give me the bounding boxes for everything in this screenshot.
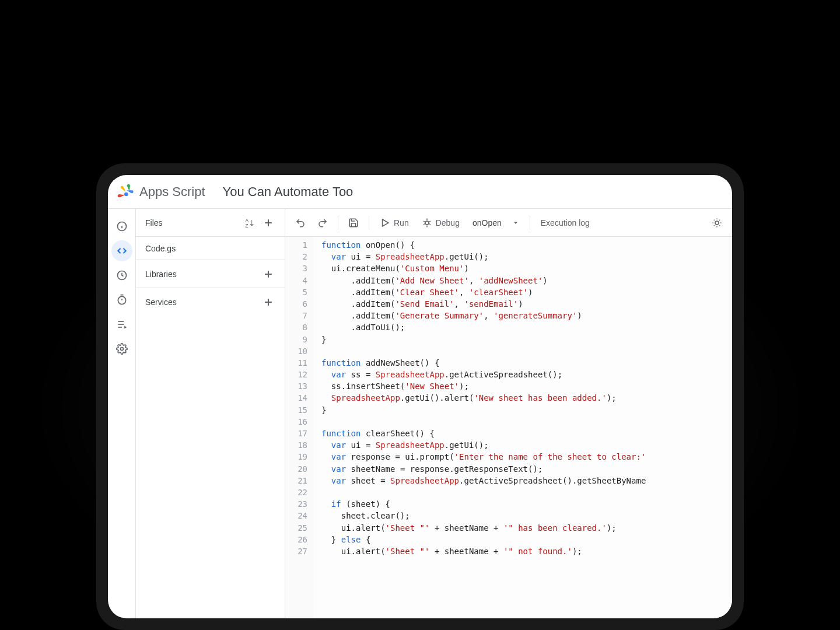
app-header: Apps Script You Can Automate Too xyxy=(108,175,732,209)
files-sidebar: Files AZ Code.gs Libraries Servi xyxy=(136,209,285,618)
add-service-button[interactable] xyxy=(259,293,278,312)
file-code-gs[interactable]: Code.gs xyxy=(136,237,285,260)
debug-label: Debug xyxy=(436,218,460,228)
editor-panel: Run Debug onOpen Execution log xyxy=(285,209,732,618)
svg-line-33 xyxy=(714,219,715,220)
nav-triggers[interactable] xyxy=(111,265,132,286)
redo-button[interactable] xyxy=(312,212,333,233)
code-editor[interactable]: 1234567891011121314151617181920212223242… xyxy=(285,237,732,618)
svg-point-0 xyxy=(124,192,128,196)
sort-files-button[interactable]: AZ xyxy=(240,214,259,232)
svg-line-34 xyxy=(719,225,720,226)
separator xyxy=(338,216,338,230)
svg-marker-29 xyxy=(514,222,517,224)
product-name: Apps Script xyxy=(139,184,205,200)
services-header: Services xyxy=(136,288,285,316)
function-selector[interactable]: onOpen xyxy=(467,218,525,228)
svg-text:Z: Z xyxy=(246,222,249,228)
execution-log-button[interactable]: Execution log xyxy=(535,212,596,233)
nav-settings[interactable] xyxy=(111,338,132,359)
code-content[interactable]: function onOpen() { var ui = Spreadsheet… xyxy=(313,237,732,618)
libraries-label: Libraries xyxy=(145,270,259,279)
svg-line-27 xyxy=(429,223,430,225)
svg-line-37 xyxy=(714,225,715,226)
debug-button[interactable]: Debug xyxy=(416,212,466,233)
svg-point-22 xyxy=(425,221,429,225)
run-button[interactable]: Run xyxy=(374,212,415,233)
line-gutter: 1234567891011121314151617181920212223242… xyxy=(285,237,313,618)
svg-point-12 xyxy=(120,348,123,351)
tablet-frame: Apps Script You Can Automate Too xyxy=(96,163,744,630)
svg-marker-21 xyxy=(383,219,389,226)
separator xyxy=(530,216,530,230)
execution-log-label: Execution log xyxy=(541,218,590,228)
svg-line-38 xyxy=(719,219,720,220)
svg-line-26 xyxy=(424,223,425,225)
chevron-down-icon xyxy=(512,219,519,226)
selected-function: onOpen xyxy=(473,218,502,228)
apps-script-logo-icon xyxy=(116,183,135,201)
nav-execution-log[interactable] xyxy=(111,314,132,335)
svg-line-24 xyxy=(424,221,425,222)
undo-button[interactable] xyxy=(290,212,311,233)
run-label: Run xyxy=(394,218,409,228)
editor-toolbar: Run Debug onOpen Execution log xyxy=(285,209,732,237)
project-title[interactable]: You Can Automate Too xyxy=(223,184,354,200)
nav-editor[interactable] xyxy=(111,240,132,261)
svg-line-25 xyxy=(429,221,430,222)
separator xyxy=(369,216,369,230)
add-file-button[interactable] xyxy=(259,214,278,232)
svg-point-30 xyxy=(715,221,719,225)
svg-marker-11 xyxy=(124,326,127,329)
left-nav-rail xyxy=(108,209,136,618)
libraries-header: Libraries xyxy=(136,260,285,288)
files-header: Files AZ xyxy=(136,209,285,237)
files-label: Files xyxy=(145,218,240,228)
add-library-button[interactable] xyxy=(259,265,278,284)
save-button[interactable] xyxy=(343,212,364,233)
nav-executions[interactable] xyxy=(111,289,132,310)
services-label: Services xyxy=(145,298,259,307)
screen: Apps Script You Can Automate Too xyxy=(108,175,732,618)
nav-overview[interactable] xyxy=(111,216,132,237)
theme-toggle-button[interactable] xyxy=(706,212,727,233)
